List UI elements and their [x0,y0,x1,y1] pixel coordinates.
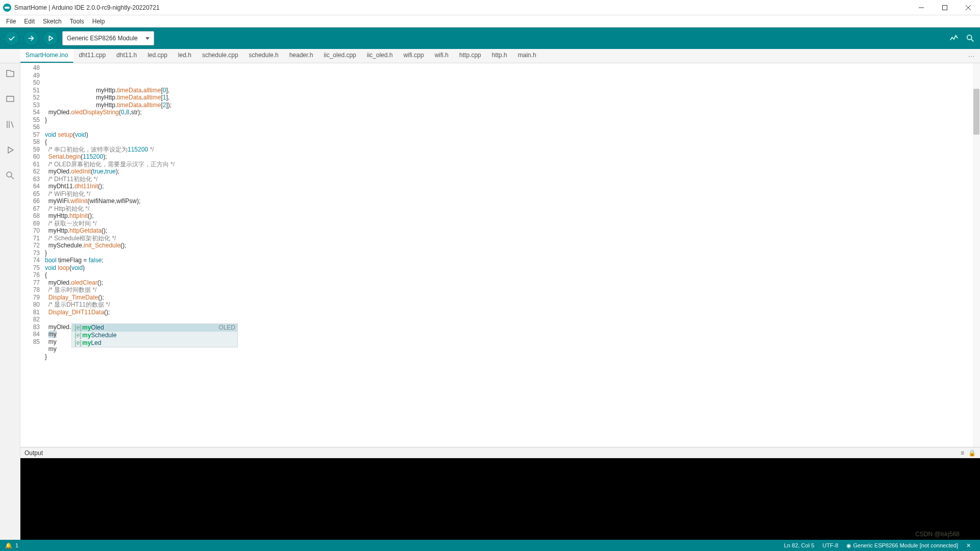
code-line[interactable]: myOled.oledInit(true,true); [45,168,980,176]
output-toggle-icon[interactable]: ≡ [961,449,964,457]
code-line[interactable]: bool timeFlag = false; [45,257,980,264]
maximize-button[interactable] [933,0,957,15]
menu-edit[interactable]: Edit [20,17,39,26]
upload-button[interactable] [23,31,39,46]
code-line[interactable]: myHttp.httpGetdata(); [45,227,980,235]
menu-tools[interactable]: Tools [66,17,88,26]
tab-dht11-cpp[interactable]: dht11.cpp [74,49,111,63]
tab-schedule-cpp[interactable]: schedule.cpp [197,49,244,63]
code-line[interactable]: /* DHT11初始化 */ [45,176,980,183]
menu-file[interactable]: File [2,17,20,26]
status-encoding[interactable]: UTF-8 [818,542,842,548]
tab-SmartHome-ino[interactable]: SmartHome.ino [20,49,74,63]
code-line[interactable]: } [45,116,980,124]
code-line[interactable]: /* Http初始化 */ [45,205,980,213]
code-line[interactable]: /* OLED屏幕初始化，需要显示汉字，正方向 */ [45,161,980,168]
status-lncol[interactable]: Ln 82, Col 5 [780,542,818,548]
vertical-scrollbar[interactable] [973,63,980,447]
sidebar-debug-icon[interactable] [3,143,17,157]
board-selector-label: Generic ESP8266 Module [67,35,138,42]
code-line[interactable] [45,360,980,368]
svg-line-11 [11,177,14,179]
serial-monitor-icon[interactable] [965,33,976,44]
code-line[interactable]: /* 显示DHT11的数据 */ [45,301,980,309]
board-selector[interactable]: Generic ESP8266 Module [62,31,154,45]
svg-line-5 [971,39,974,42]
code-line[interactable]: myWiFi.wifiInit(wifiName,wifiPsw); [45,197,980,205]
menu-help[interactable]: Help [88,17,109,26]
tab-dht11-h[interactable]: dht11.h [111,49,142,63]
sidebar-boards-icon[interactable] [3,92,17,106]
tab-http-cpp[interactable]: http.cpp [454,49,487,63]
tabs-overflow-icon[interactable]: ··· [968,53,975,60]
code-line[interactable]: /* 显示时间数据 */ [45,286,980,294]
code-line[interactable]: } [45,249,980,257]
svg-rect-1 [943,5,947,10]
code-line[interactable]: void loop(void) [45,264,980,272]
toolbar: Generic ESP8266 Module [0,28,980,49]
tab-iic_oled-h[interactable]: iic_oled.h [362,49,399,63]
sidebar-sketchbook-icon[interactable] [3,66,17,81]
code-line[interactable]: } [45,353,980,361]
tab-main-h[interactable]: main.h [513,49,542,63]
code-line[interactable]: /* 获取一次时间 */ [45,220,980,228]
tab-led-cpp[interactable]: led.cpp [142,49,173,63]
suggest-item[interactable]: [e]myOledOLED [72,324,237,332]
tab-iic_oled-cpp[interactable]: iic_oled.cpp [318,49,361,63]
serial-plotter-icon[interactable] [948,33,960,44]
status-close-icon[interactable]: ✕ [962,542,975,549]
code-line[interactable]: /* Schedule框架初始化 */ [45,235,980,242]
sidebar-search-icon[interactable] [3,168,17,183]
code-line[interactable]: Display_TimeDate(); [45,294,980,302]
notification-icon[interactable]: 🔔 [5,542,12,549]
scrollbar-thumb[interactable] [973,89,979,135]
debug-button[interactable] [43,31,58,46]
app-icon [0,4,14,12]
code-line[interactable] [45,316,980,323]
code-line[interactable]: myDht11.dht11Init(); [45,183,980,190]
code-line[interactable]: void setup(void) [45,131,980,139]
code-line[interactable]: myHttp.httpInit(); [45,212,980,220]
svg-point-4 [967,35,972,40]
tab-header-h[interactable]: header.h [284,49,319,63]
code-suggest-popup[interactable]: [e]myOledOLED[e]mySchedule[e]myLed [71,323,238,347]
code-line[interactable]: Display_DHT11Data(); [45,309,980,316]
watermark: CSDN @lskj568 [915,531,960,538]
tab-wifi-cpp[interactable]: wifi.cpp [398,49,429,63]
editor-tabs: SmartHome.inodht11.cppdht11.hled.cppled.… [0,49,980,63]
tab-http-h[interactable]: http.h [487,49,513,63]
code-line[interactable]: myHttp.timeData.alltime[0], [45,87,980,94]
code-line[interactable]: /* WiFi初始化 */ [45,190,980,198]
code-line[interactable]: mySchedule.init_Schedule(); [45,242,980,249]
menu-sketch[interactable]: Sketch [39,17,66,26]
code-editor[interactable]: 48 49 50 51 52 53 54 55 56 57 58 59 60 6… [20,63,980,447]
output-title: Output [24,449,43,457]
code-line[interactable] [45,123,980,131]
code-line[interactable]: myHttp.timeData.alltime[2]); [45,102,980,109]
code-line[interactable]: myHttp.timeData.alltime[1], [45,94,980,102]
sidebar-library-icon[interactable] [3,117,17,132]
suggest-item[interactable]: [e]mySchedule [72,332,237,339]
svg-rect-6 [7,96,14,102]
output-panel-header: Output ≡ 🔒 [20,447,980,458]
output-lock-icon[interactable]: 🔒 [968,449,976,457]
code-line[interactable]: Serial.begin(115200); [45,153,980,161]
code-line[interactable]: myOled.oledDisplayString(0,8,str); [45,109,980,116]
code-line[interactable]: { [45,271,980,279]
tab-schedule-h[interactable]: schedule.h [244,49,284,63]
verify-button[interactable] [4,31,19,46]
line-gutter: 48 49 50 51 52 53 54 55 56 57 58 59 60 6… [20,63,43,447]
code-area[interactable]: myHttp.timeData.alltime[0], myHttp.timeD… [43,63,980,447]
titlebar: SmartHome | Arduino IDE 2.0.0-rc9-nightl… [0,0,980,15]
close-button[interactable] [957,0,980,15]
tab-led-h[interactable]: led.h [173,49,197,63]
minimize-button[interactable] [910,0,933,15]
svg-point-10 [7,172,12,177]
tab-wifi-h[interactable]: wifi.h [429,49,454,63]
code-line[interactable]: myOled.oledClear(); [45,279,980,287]
code-line[interactable]: /* 串口初始化，波特率设定为115200 */ [45,146,980,154]
status-board[interactable]: ◉ Generic ESP8266 Module [not connected] [842,542,962,549]
code-line[interactable]: { [45,138,980,146]
suggest-item[interactable]: [e]myLed [72,339,237,347]
output-panel[interactable] [20,458,980,540]
